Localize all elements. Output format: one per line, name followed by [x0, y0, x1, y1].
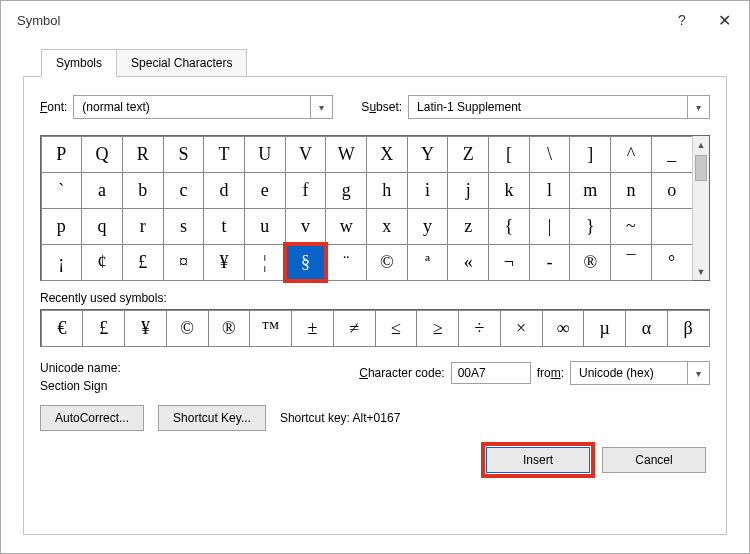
recent-cell[interactable]: ©	[166, 310, 209, 347]
symbol-cell[interactable]: °	[651, 244, 693, 281]
symbol-cell[interactable]: ~	[610, 208, 652, 245]
symbol-cell[interactable]: ¦	[244, 244, 286, 281]
dialog-footer: Insert Cancel	[40, 447, 710, 473]
symbol-cell[interactable]: f	[285, 172, 327, 209]
from-combo[interactable]: Unicode (hex) ▾	[570, 361, 710, 385]
symbol-cell[interactable]: w	[325, 208, 367, 245]
symbol-cell[interactable]: -	[529, 244, 571, 281]
symbol-cell[interactable]: o	[651, 172, 693, 209]
symbol-cell[interactable]: `	[41, 172, 83, 209]
symbol-cell[interactable]: e	[244, 172, 286, 209]
recent-cell[interactable]: β	[667, 310, 710, 347]
symbol-cell[interactable]: Q	[81, 136, 123, 173]
recent-cell[interactable]: ∞	[542, 310, 585, 347]
symbol-cell[interactable]: y	[407, 208, 449, 245]
symbol-cell[interactable]: c	[163, 172, 205, 209]
shortcut-key-button[interactable]: Shortcut Key...	[158, 405, 266, 431]
symbol-cell[interactable]: ¢	[81, 244, 123, 281]
symbol-cell[interactable]: p	[41, 208, 83, 245]
symbol-cell[interactable]: b	[122, 172, 164, 209]
recent-cell[interactable]: ×	[500, 310, 543, 347]
recent-cell[interactable]: ≠	[333, 310, 376, 347]
symbol-cell[interactable]	[651, 208, 693, 245]
scroll-track[interactable]	[693, 153, 709, 263]
symbol-cell[interactable]: «	[447, 244, 489, 281]
chevron-down-icon: ▾	[310, 96, 332, 118]
symbol-cell[interactable]: j	[447, 172, 489, 209]
scroll-up-icon[interactable]: ▲	[693, 136, 709, 153]
symbol-cell[interactable]: T	[203, 136, 245, 173]
symbol-cell[interactable]: ¬	[488, 244, 530, 281]
symbol-cell[interactable]: v	[285, 208, 327, 245]
chevron-down-icon: ▾	[687, 362, 709, 384]
insert-button[interactable]: Insert	[486, 447, 590, 473]
autocorrect-button[interactable]: AutoCorrect...	[40, 405, 144, 431]
symbol-cell[interactable]: U	[244, 136, 286, 173]
symbol-cell[interactable]: r	[122, 208, 164, 245]
help-button[interactable]: ?	[661, 5, 703, 35]
symbol-cell[interactable]: ©	[366, 244, 408, 281]
scroll-down-icon[interactable]: ▼	[693, 263, 709, 280]
symbol-cell[interactable]: W	[325, 136, 367, 173]
symbol-cell[interactable]: x	[366, 208, 408, 245]
recent-cell[interactable]: ≤	[375, 310, 418, 347]
symbol-cell[interactable]: §	[285, 244, 327, 281]
symbol-cell[interactable]: R	[122, 136, 164, 173]
tab-symbols[interactable]: Symbols	[41, 49, 117, 77]
symbol-cell[interactable]: ¥	[203, 244, 245, 281]
font-combo[interactable]: (normal text) ▾	[73, 95, 333, 119]
close-button[interactable]: ✕	[703, 5, 745, 35]
symbol-cell[interactable]: i	[407, 172, 449, 209]
symbol-cell[interactable]: l	[529, 172, 571, 209]
symbol-cell[interactable]: n	[610, 172, 652, 209]
symbol-cell[interactable]: V	[285, 136, 327, 173]
symbol-cell[interactable]: Y	[407, 136, 449, 173]
charcode-input[interactable]: 00A7	[451, 362, 531, 384]
symbol-cell[interactable]: _	[651, 136, 693, 173]
symbol-cell[interactable]: {	[488, 208, 530, 245]
recent-cell[interactable]: ™	[249, 310, 292, 347]
symbol-cell[interactable]: S	[163, 136, 205, 173]
subset-combo[interactable]: Latin-1 Supplement ▾	[408, 95, 710, 119]
recent-cell[interactable]: £	[82, 310, 125, 347]
symbol-cell[interactable]: q	[81, 208, 123, 245]
symbol-cell[interactable]: £	[122, 244, 164, 281]
symbol-cell[interactable]: ]	[569, 136, 611, 173]
symbol-cell[interactable]: }	[569, 208, 611, 245]
recent-cell[interactable]: µ	[583, 310, 626, 347]
symbol-cell[interactable]: m	[569, 172, 611, 209]
recent-cell[interactable]: ®	[208, 310, 251, 347]
symbol-cell[interactable]: h	[366, 172, 408, 209]
symbol-cell[interactable]: ¡	[41, 244, 83, 281]
scroll-thumb[interactable]	[695, 155, 707, 181]
recent-cell[interactable]: ÷	[458, 310, 501, 347]
symbol-cell[interactable]: \	[529, 136, 571, 173]
symbol-cell[interactable]: P	[41, 136, 83, 173]
symbol-cell[interactable]: k	[488, 172, 530, 209]
symbol-cell[interactable]: z	[447, 208, 489, 245]
symbol-cell[interactable]: ^	[610, 136, 652, 173]
symbol-cell[interactable]: X	[366, 136, 408, 173]
symbol-cell[interactable]: ¨	[325, 244, 367, 281]
symbol-cell[interactable]: ¤	[163, 244, 205, 281]
symbol-cell[interactable]: |	[529, 208, 571, 245]
symbol-cell[interactable]: u	[244, 208, 286, 245]
symbol-cell[interactable]: g	[325, 172, 367, 209]
symbol-cell[interactable]: ª	[407, 244, 449, 281]
symbol-cell[interactable]: a	[81, 172, 123, 209]
symbol-cell[interactable]: ®	[569, 244, 611, 281]
recent-cell[interactable]: ±	[291, 310, 334, 347]
symbol-cell[interactable]: d	[203, 172, 245, 209]
tab-special-characters[interactable]: Special Characters	[116, 49, 247, 77]
symbol-cell[interactable]: Z	[447, 136, 489, 173]
recent-cell[interactable]: ¥	[124, 310, 167, 347]
symbol-cell[interactable]: s	[163, 208, 205, 245]
symbol-cell[interactable]: t	[203, 208, 245, 245]
cancel-button[interactable]: Cancel	[602, 447, 706, 473]
recent-cell[interactable]: ≥	[416, 310, 459, 347]
symbol-cell[interactable]: ¯	[610, 244, 652, 281]
symbol-cell[interactable]: [	[488, 136, 530, 173]
recent-cell[interactable]: α	[625, 310, 668, 347]
recent-cell[interactable]: €	[41, 310, 84, 347]
grid-scrollbar[interactable]: ▲ ▼	[692, 136, 709, 280]
